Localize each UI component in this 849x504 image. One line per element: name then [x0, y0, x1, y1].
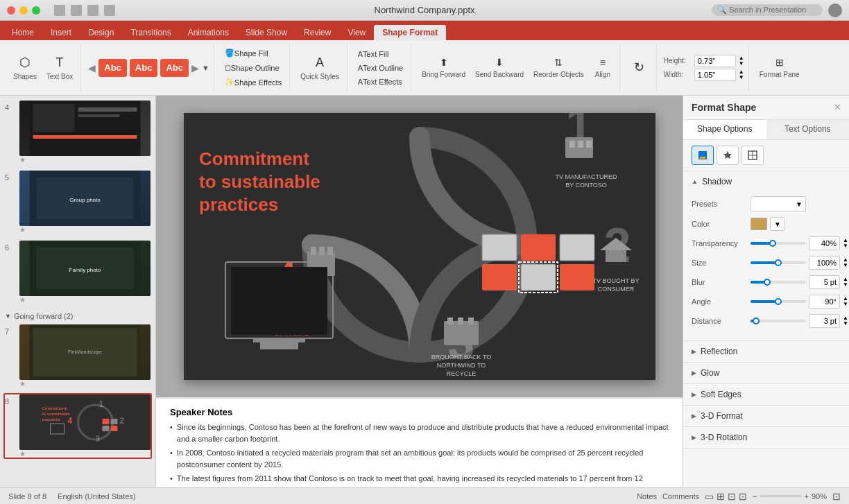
user-avatar[interactable] [828, 3, 842, 17]
slide-item-6[interactable]: 6 Family photo ★ [3, 239, 152, 305]
reflection-section: Reflection [683, 341, 849, 363]
effects-icon-btn[interactable] [717, 146, 739, 165]
slide-item-7[interactable]: 7 Field/landscape ★ [3, 323, 152, 389]
slide-item-5[interactable]: 5 Group photo ★ [3, 169, 152, 235]
slide-item-8[interactable]: 8 Commitment to sustainable practices 1 … [3, 393, 152, 459]
grid-view-btn[interactable]: ⊞ [717, 491, 725, 502]
style-btn-3[interactable]: Abc [160, 59, 189, 77]
height-spinner[interactable]: ▲ ▼ [739, 55, 744, 67]
fill-line-icon-btn[interactable] [692, 146, 714, 165]
size-input[interactable] [809, 256, 840, 270]
fit-to-window-btn[interactable]: ⊡ [832, 491, 841, 502]
tab-animations[interactable]: Animations [180, 25, 237, 40]
width-label: Width: [664, 71, 692, 78]
tab-shape-options[interactable]: Shape Options [683, 120, 766, 139]
text-outline-button[interactable]: A Text Outline [354, 62, 406, 74]
tab-insert[interactable]: Insert [42, 25, 80, 40]
notes-button[interactable]: Notes [637, 492, 657, 501]
next-style[interactable]: ▶ [191, 62, 199, 73]
reading-view-btn[interactable]: ⊡ [728, 491, 736, 502]
distance-slider[interactable] [751, 320, 806, 322]
tab-shape-format[interactable]: Shape Format [374, 25, 446, 40]
minimize-button[interactable] [19, 6, 28, 15]
bring-forward-button[interactable]: ⬆ Bring Forward [418, 55, 469, 80]
svg-marker-56 [723, 151, 732, 159]
tab-text-options[interactable]: Text Options [766, 120, 850, 139]
shadow-header[interactable]: Shadow [683, 171, 849, 192]
transparency-slider[interactable] [751, 242, 806, 245]
rotate-button[interactable]: ↻ [627, 58, 652, 78]
width-spinner[interactable]: ▲ ▼ [739, 69, 744, 80]
comments-button[interactable]: Comments [662, 492, 699, 501]
search-input[interactable]: 🔍 Search in Presentation [712, 4, 823, 16]
text-fill-button[interactable]: A Text Fill [354, 48, 406, 60]
tab-slide-show[interactable]: Slide Show [237, 25, 295, 40]
size-slider[interactable] [751, 261, 806, 264]
shape-effects-icon: ✨ [225, 78, 234, 87]
ribbon-group-quick: A Quick Styles [293, 44, 348, 92]
group-label-going-forward[interactable]: Going forward (2) [3, 309, 152, 323]
zoom-in-btn[interactable]: + [805, 492, 809, 501]
maximize-button[interactable] [32, 6, 40, 15]
three-d-format-header[interactable]: 3-D Format [683, 406, 849, 426]
shape-effects-button[interactable]: ✨ Shape Effects [221, 76, 285, 89]
text-effects-button[interactable]: A Text Effects [354, 76, 406, 88]
blur-slider[interactable] [751, 281, 806, 284]
blur-spinner[interactable]: ▲ ▼ [843, 277, 848, 288]
distance-spinner[interactable]: ▲ ▼ [843, 315, 848, 327]
svg-rect-42 [327, 247, 333, 255]
color-swatch[interactable] [751, 218, 767, 230]
three-d-rotation-header[interactable]: 3-D Rotation [683, 427, 849, 448]
glow-header[interactable]: Glow [683, 363, 849, 383]
normal-view-btn[interactable]: ▭ [705, 491, 714, 502]
three-d-format-section: 3-D Format [683, 406, 849, 427]
zoom-slider[interactable] [760, 495, 802, 497]
slideshow-view-btn[interactable]: ⊡ [739, 491, 747, 502]
more-styles[interactable]: ▼ [202, 64, 209, 72]
style-btn-1[interactable]: Abc [98, 59, 127, 77]
shapes-button[interactable]: ⬡ Shapes [10, 53, 40, 82]
send-backward-button[interactable]: ⬇ Send Backward [472, 55, 527, 80]
panel-close-button[interactable]: × [834, 101, 841, 114]
transparency-spinner[interactable]: ▲ ▼ [843, 238, 848, 249]
nav-icon[interactable] [54, 5, 65, 16]
quick-styles-button[interactable]: A Quick Styles [297, 53, 343, 82]
format-pane-button[interactable]: ⊞ Format Pane [756, 55, 803, 80]
color-dropdown[interactable]: ▼ [770, 217, 785, 231]
close-button[interactable] [7, 6, 15, 15]
angle-spinner[interactable]: ▲ ▼ [843, 296, 848, 307]
presets-dropdown[interactable]: ▼ [751, 196, 806, 211]
soft-edges-header[interactable]: Soft Edges [683, 384, 849, 405]
shape-fill-button[interactable]: 🪣 Shape Fill [221, 46, 285, 60]
style-btn-2[interactable]: Abc [130, 59, 158, 77]
nav-icon-2[interactable] [71, 5, 82, 16]
slide-canvas[interactable]: Commitment to sustainable practices 1 [184, 113, 655, 380]
tab-view[interactable]: View [339, 25, 374, 40]
transparency-input[interactable] [809, 236, 840, 250]
angle-slider[interactable] [751, 300, 806, 303]
distance-input[interactable] [809, 314, 840, 328]
zoom-out-btn[interactable]: − [753, 492, 757, 501]
size-icon-btn[interactable] [741, 146, 764, 165]
align-button[interactable]: ≡ Align [590, 55, 615, 80]
tab-transitions[interactable]: Transitions [122, 25, 179, 40]
shape-outline-button[interactable]: ◻ Shape Outline [221, 61, 285, 74]
blur-input[interactable] [809, 275, 840, 289]
size-spinner[interactable]: ▲ ▼ [843, 257, 848, 268]
svg-rect-24 [111, 419, 118, 424]
slide-item-4[interactable]: 4 ★ [3, 99, 152, 165]
undo-icon[interactable] [87, 5, 98, 16]
view-buttons: ▭ ⊞ ⊡ ⊡ [705, 491, 747, 502]
text-box-button[interactable]: T Text Box [43, 53, 76, 82]
redo-icon[interactable] [104, 5, 115, 16]
tab-design[interactable]: Design [80, 25, 122, 40]
prev-style[interactable]: ◀ [88, 62, 96, 73]
reflection-header[interactable]: Reflection [683, 341, 849, 362]
tab-review[interactable]: Review [295, 25, 339, 40]
angle-input[interactable] [809, 295, 840, 309]
send-backward-icon: ⬇ [495, 57, 504, 68]
reorder-button[interactable]: ⇅ Reorder Objects [530, 55, 588, 80]
tab-home[interactable]: Home [3, 25, 42, 40]
height-input[interactable] [694, 55, 736, 67]
width-input[interactable] [694, 69, 736, 81]
